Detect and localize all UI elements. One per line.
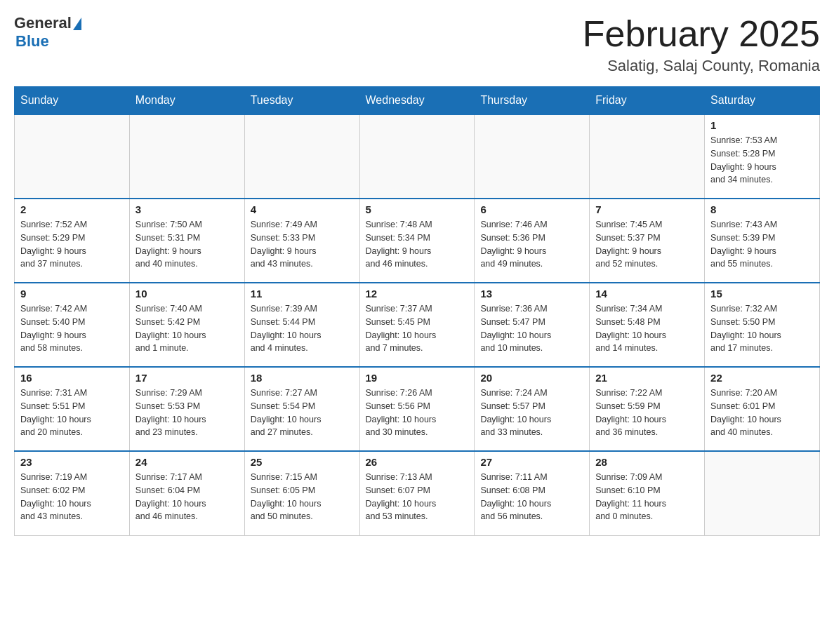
- calendar-cell: 23Sunrise: 7:19 AM Sunset: 6:02 PM Dayli…: [15, 451, 130, 535]
- day-info: Sunrise: 7:40 AM Sunset: 5:42 PM Dayligh…: [135, 302, 239, 355]
- day-number: 17: [135, 372, 239, 384]
- calendar-header-row: SundayMondayTuesdayWednesdayThursdayFrid…: [15, 87, 820, 115]
- day-number: 9: [20, 288, 124, 300]
- day-info: Sunrise: 7:09 AM Sunset: 6:10 PM Dayligh…: [595, 471, 699, 523]
- calendar-cell: 12Sunrise: 7:37 AM Sunset: 5:45 PM Dayli…: [359, 283, 475, 367]
- day-number: 22: [710, 372, 814, 384]
- day-info: Sunrise: 7:24 AM Sunset: 5:57 PM Dayligh…: [480, 387, 583, 439]
- day-info: Sunrise: 7:42 AM Sunset: 5:40 PM Dayligh…: [20, 302, 124, 355]
- calendar-cell: 26Sunrise: 7:13 AM Sunset: 6:07 PM Dayli…: [359, 451, 475, 535]
- weekday-header-thursday: Thursday: [475, 87, 590, 115]
- weekday-header-sunday: Sunday: [15, 87, 130, 115]
- calendar-cell: 11Sunrise: 7:39 AM Sunset: 5:44 PM Dayli…: [244, 283, 359, 367]
- calendar-cell: 3Sunrise: 7:50 AM Sunset: 5:31 PM Daylig…: [129, 199, 244, 283]
- day-number: 12: [366, 288, 469, 300]
- day-info: Sunrise: 7:32 AM Sunset: 5:50 PM Dayligh…: [710, 302, 814, 355]
- day-number: 2: [20, 203, 124, 215]
- calendar-cell: 6Sunrise: 7:46 AM Sunset: 5:36 PM Daylig…: [475, 199, 590, 283]
- title-block: February 2025 Salatig, Salaj County, Rom…: [583, 14, 820, 75]
- day-number: 11: [251, 288, 354, 300]
- day-info: Sunrise: 7:29 AM Sunset: 5:53 PM Dayligh…: [135, 387, 239, 439]
- logo: General Blue: [14, 14, 81, 51]
- day-number: 19: [366, 372, 469, 384]
- calendar-cell: 27Sunrise: 7:11 AM Sunset: 6:08 PM Dayli…: [475, 451, 590, 535]
- calendar-week-row: 16Sunrise: 7:31 AM Sunset: 5:51 PM Dayli…: [15, 367, 820, 451]
- day-number: 6: [480, 203, 583, 215]
- calendar-cell: [359, 114, 475, 199]
- day-info: Sunrise: 7:20 AM Sunset: 6:01 PM Dayligh…: [710, 387, 814, 439]
- day-info: Sunrise: 7:52 AM Sunset: 5:29 PM Dayligh…: [20, 218, 124, 271]
- calendar-cell: 4Sunrise: 7:49 AM Sunset: 5:33 PM Daylig…: [244, 199, 359, 283]
- calendar-cell: [244, 114, 359, 199]
- day-number: 5: [366, 203, 469, 215]
- day-info: Sunrise: 7:45 AM Sunset: 5:37 PM Dayligh…: [595, 218, 699, 271]
- weekday-header-tuesday: Tuesday: [244, 87, 359, 115]
- calendar-week-row: 1Sunrise: 7:53 AM Sunset: 5:28 PM Daylig…: [15, 114, 820, 199]
- calendar-cell: 7Sunrise: 7:45 AM Sunset: 5:37 PM Daylig…: [590, 199, 705, 283]
- location: Salatig, Salaj County, Romania: [583, 57, 820, 75]
- calendar-table: SundayMondayTuesdayWednesdayThursdayFrid…: [14, 86, 820, 536]
- day-info: Sunrise: 7:46 AM Sunset: 5:36 PM Dayligh…: [480, 218, 583, 271]
- calendar-cell: 18Sunrise: 7:27 AM Sunset: 5:54 PM Dayli…: [244, 367, 359, 451]
- calendar-cell: 10Sunrise: 7:40 AM Sunset: 5:42 PM Dayli…: [129, 283, 244, 367]
- calendar-cell: [15, 114, 130, 199]
- day-info: Sunrise: 7:37 AM Sunset: 5:45 PM Dayligh…: [366, 302, 469, 355]
- calendar-cell: 14Sunrise: 7:34 AM Sunset: 5:48 PM Dayli…: [590, 283, 705, 367]
- day-info: Sunrise: 7:31 AM Sunset: 5:51 PM Dayligh…: [20, 387, 124, 439]
- logo-text-blue: Blue: [15, 32, 81, 51]
- day-info: Sunrise: 7:34 AM Sunset: 5:48 PM Dayligh…: [595, 302, 699, 355]
- day-info: Sunrise: 7:39 AM Sunset: 5:44 PM Dayligh…: [251, 302, 354, 355]
- calendar-week-row: 9Sunrise: 7:42 AM Sunset: 5:40 PM Daylig…: [15, 283, 820, 367]
- calendar-cell: 17Sunrise: 7:29 AM Sunset: 5:53 PM Dayli…: [129, 367, 244, 451]
- logo-triangle-icon: [73, 18, 81, 30]
- day-info: Sunrise: 7:43 AM Sunset: 5:39 PM Dayligh…: [710, 218, 814, 271]
- day-number: 20: [480, 372, 583, 384]
- month-title: February 2025: [583, 14, 820, 54]
- day-number: 4: [251, 203, 354, 215]
- calendar-cell: 20Sunrise: 7:24 AM Sunset: 5:57 PM Dayli…: [475, 367, 590, 451]
- day-number: 3: [135, 203, 239, 215]
- weekday-header-wednesday: Wednesday: [359, 87, 475, 115]
- calendar-cell: 21Sunrise: 7:22 AM Sunset: 5:59 PM Dayli…: [590, 367, 705, 451]
- calendar-cell: [705, 451, 820, 535]
- calendar-cell: 15Sunrise: 7:32 AM Sunset: 5:50 PM Dayli…: [705, 283, 820, 367]
- day-number: 28: [595, 456, 699, 468]
- day-number: 7: [595, 203, 699, 215]
- day-number: 18: [251, 372, 354, 384]
- calendar-cell: [475, 114, 590, 199]
- day-info: Sunrise: 7:19 AM Sunset: 6:02 PM Dayligh…: [20, 471, 124, 523]
- day-info: Sunrise: 7:11 AM Sunset: 6:08 PM Dayligh…: [480, 471, 583, 523]
- weekday-header-saturday: Saturday: [705, 87, 820, 115]
- day-number: 27: [480, 456, 583, 468]
- calendar-cell: 22Sunrise: 7:20 AM Sunset: 6:01 PM Dayli…: [705, 367, 820, 451]
- calendar-cell: 1Sunrise: 7:53 AM Sunset: 5:28 PM Daylig…: [705, 114, 820, 199]
- calendar-cell: 28Sunrise: 7:09 AM Sunset: 6:10 PM Dayli…: [590, 451, 705, 535]
- calendar-cell: 24Sunrise: 7:17 AM Sunset: 6:04 PM Dayli…: [129, 451, 244, 535]
- day-info: Sunrise: 7:15 AM Sunset: 6:05 PM Dayligh…: [251, 471, 354, 523]
- page-header: General Blue February 2025 Salatig, Sala…: [14, 14, 820, 75]
- day-number: 25: [251, 456, 354, 468]
- weekday-header-monday: Monday: [129, 87, 244, 115]
- day-number: 15: [710, 288, 814, 300]
- day-info: Sunrise: 7:17 AM Sunset: 6:04 PM Dayligh…: [135, 471, 239, 523]
- day-info: Sunrise: 7:13 AM Sunset: 6:07 PM Dayligh…: [366, 471, 469, 523]
- logo-text-general: General: [14, 14, 72, 32]
- calendar-cell: 19Sunrise: 7:26 AM Sunset: 5:56 PM Dayli…: [359, 367, 475, 451]
- calendar-cell: 5Sunrise: 7:48 AM Sunset: 5:34 PM Daylig…: [359, 199, 475, 283]
- calendar-cell: [590, 114, 705, 199]
- day-info: Sunrise: 7:27 AM Sunset: 5:54 PM Dayligh…: [251, 387, 354, 439]
- calendar-cell: 25Sunrise: 7:15 AM Sunset: 6:05 PM Dayli…: [244, 451, 359, 535]
- day-info: Sunrise: 7:22 AM Sunset: 5:59 PM Dayligh…: [595, 387, 699, 439]
- day-number: 1: [710, 119, 814, 131]
- calendar-week-row: 2Sunrise: 7:52 AM Sunset: 5:29 PM Daylig…: [15, 199, 820, 283]
- calendar-cell: 9Sunrise: 7:42 AM Sunset: 5:40 PM Daylig…: [15, 283, 130, 367]
- calendar-cell: 13Sunrise: 7:36 AM Sunset: 5:47 PM Dayli…: [475, 283, 590, 367]
- day-number: 26: [366, 456, 469, 468]
- day-number: 16: [20, 372, 124, 384]
- day-number: 14: [595, 288, 699, 300]
- day-info: Sunrise: 7:49 AM Sunset: 5:33 PM Dayligh…: [251, 218, 354, 271]
- day-info: Sunrise: 7:26 AM Sunset: 5:56 PM Dayligh…: [366, 387, 469, 439]
- calendar-cell: 16Sunrise: 7:31 AM Sunset: 5:51 PM Dayli…: [15, 367, 130, 451]
- day-info: Sunrise: 7:50 AM Sunset: 5:31 PM Dayligh…: [135, 218, 239, 271]
- day-number: 13: [480, 288, 583, 300]
